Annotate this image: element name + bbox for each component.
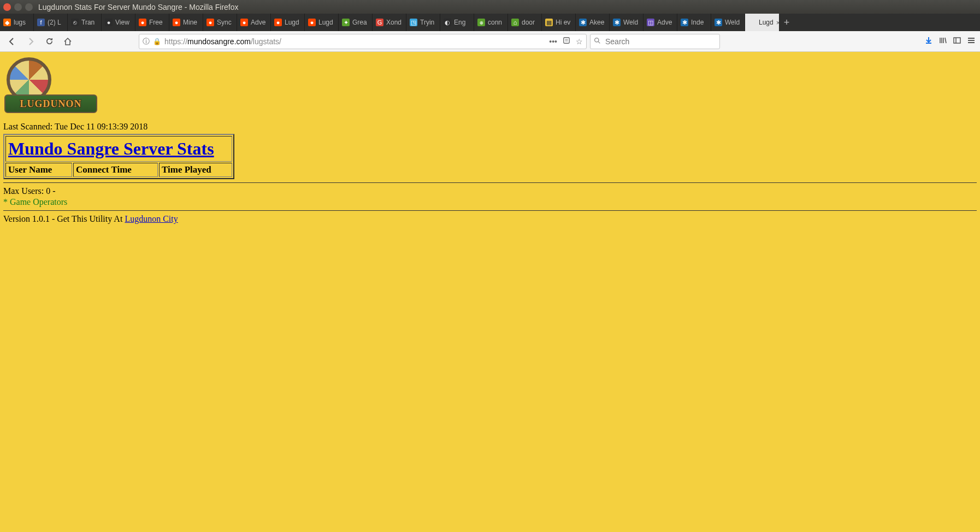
tab-label: Weld: [623, 19, 638, 26]
svg-line-4: [598, 42, 600, 43]
tab-label: Weld: [725, 19, 740, 26]
favicon-icon: [748, 19, 756, 26]
tab[interactable]: ●Free: [135, 14, 169, 31]
col-time-played: Time Played: [159, 163, 232, 177]
tab-label: Grea: [352, 19, 367, 26]
window-maximize-button[interactable]: [25, 3, 33, 11]
tab-label: Xond: [386, 19, 402, 26]
favicon-icon: ●: [139, 19, 146, 26]
tab-strip: ◆lugs f(2) L ⎋Tran ●View ●Free ●Mine ●Sy…: [0, 14, 980, 31]
url-path: /lugstats/: [251, 37, 281, 46]
new-tab-button[interactable]: +: [779, 14, 794, 31]
version-text: Version 1.0.1 - Get This Utility At: [3, 214, 125, 223]
tab[interactable]: ⌂door: [508, 14, 542, 31]
app-menu-icon[interactable]: [967, 36, 976, 46]
url-protocol: https://: [164, 37, 187, 46]
tab-label: Sync: [217, 19, 232, 26]
tab-label: door: [522, 19, 535, 26]
max-users: Max Users: 0 -: [3, 186, 977, 196]
favicon-icon: ⎋: [71, 19, 79, 26]
tab-label: Adve: [251, 19, 265, 26]
favicon-icon: ⎈: [477, 19, 485, 26]
tab[interactable]: ◆lugs: [0, 14, 34, 31]
tab[interactable]: ✱Inde: [677, 14, 711, 31]
tab-label: (2) L: [48, 19, 61, 26]
tab[interactable]: ✱Akee: [576, 14, 610, 31]
site-info-icon[interactable]: ⓘ: [143, 37, 150, 46]
page-content: LUGDUNON Last Scanned: Tue Dec 11 09:13:…: [0, 52, 980, 532]
forward-button[interactable]: [23, 34, 38, 49]
url-bar[interactable]: ⓘ 🔒 https://mundosangre.com/lugstats/ ••…: [139, 34, 587, 49]
search-bar[interactable]: [590, 34, 720, 49]
window-titlebar: Lugdunon Stats For Server Mundo Sangre -…: [0, 0, 980, 14]
home-icon: [63, 37, 72, 46]
reload-button[interactable]: [42, 34, 57, 49]
tab[interactable]: ●View: [102, 14, 135, 31]
favicon-icon: ✱: [613, 19, 621, 26]
tab[interactable]: ●Sync: [203, 14, 237, 31]
tab-label: Akee: [589, 19, 604, 26]
home-button[interactable]: [60, 34, 75, 49]
tab[interactable]: ✦Grea: [339, 14, 373, 31]
max-users-value: 0 -: [46, 186, 55, 196]
tab-label: Lugd: [285, 19, 299, 26]
reload-icon: [45, 37, 54, 45]
tab-label: Lugd: [318, 19, 333, 26]
window-minimize-button[interactable]: [14, 3, 22, 11]
tab[interactable]: ✱Weld: [610, 14, 644, 31]
back-button[interactable]: [4, 34, 20, 49]
tab-label: Free: [149, 19, 163, 26]
window-controls: [3, 3, 33, 11]
tab[interactable]: ●Mine: [169, 14, 203, 31]
bookmark-star-icon[interactable]: ☆: [576, 37, 583, 46]
lock-icon: 🔒: [153, 38, 161, 45]
tab-label: Hi ev: [556, 19, 570, 26]
last-scanned-label: Last Scanned:: [3, 122, 55, 131]
tab[interactable]: ⎈conn: [474, 14, 508, 31]
library-icon[interactable]: [938, 36, 947, 46]
favicon-icon: ●: [308, 19, 316, 26]
tab[interactable]: ●Lugd: [271, 14, 305, 31]
url-actions: ••• ☆: [549, 37, 583, 46]
search-input[interactable]: [604, 37, 716, 46]
tab[interactable]: ✱Weld: [711, 14, 745, 31]
lugdunon-city-link[interactable]: Lugdunon City: [125, 214, 178, 223]
tab[interactable]: ▦Hi ev: [542, 14, 576, 31]
server-stats-table: Mundo Sangre Server Stats User Name Conn…: [3, 134, 234, 179]
sidebar-icon[interactable]: [953, 36, 961, 46]
favicon-icon: ◫: [647, 19, 654, 26]
favicon-icon: ●: [274, 19, 282, 26]
col-connect-time: Connect Time: [73, 163, 158, 177]
stats-heading-link[interactable]: Mundo Sangre Server Stats: [8, 139, 214, 158]
window-close-button[interactable]: [3, 3, 11, 11]
logo-banner: LUGDUNON: [4, 94, 97, 113]
favicon-icon: ⌂: [511, 19, 519, 26]
tab[interactable]: GXond: [373, 14, 406, 31]
lugdunon-logo: LUGDUNON: [4, 57, 97, 117]
tab[interactable]: ◫Adve: [644, 14, 677, 31]
tab-label: Lugd: [759, 19, 774, 26]
tab[interactable]: ⎋Tran: [68, 14, 102, 31]
tab-label: conn: [488, 19, 502, 26]
col-user-name: User Name: [5, 163, 72, 177]
game-operators: * Game Operators: [3, 197, 977, 207]
favicon-icon: ▦: [545, 19, 553, 26]
tab-active[interactable]: Lugd ×: [745, 14, 779, 31]
reader-mode-icon[interactable]: [563, 37, 570, 46]
search-icon: [594, 37, 601, 46]
tab[interactable]: f(2) L: [34, 14, 68, 31]
svg-rect-0: [564, 38, 570, 44]
arrow-right-icon: [26, 37, 35, 46]
max-users-label: Max Users:: [3, 186, 46, 196]
favicon-icon: ✱: [715, 19, 722, 26]
tab[interactable]: ●Lugd: [305, 14, 339, 31]
tab[interactable]: ◐Eng: [440, 14, 474, 31]
tab[interactable]: ◳Tryin: [406, 14, 440, 31]
downloads-icon[interactable]: [924, 36, 933, 46]
favicon-icon: ✦: [342, 19, 350, 26]
tab[interactable]: ●Adve: [237, 14, 271, 31]
svg-rect-5: [954, 38, 960, 43]
favicon-icon: ●: [173, 19, 180, 26]
page-actions-icon[interactable]: •••: [549, 37, 557, 46]
favicon-icon: ◆: [3, 19, 11, 26]
